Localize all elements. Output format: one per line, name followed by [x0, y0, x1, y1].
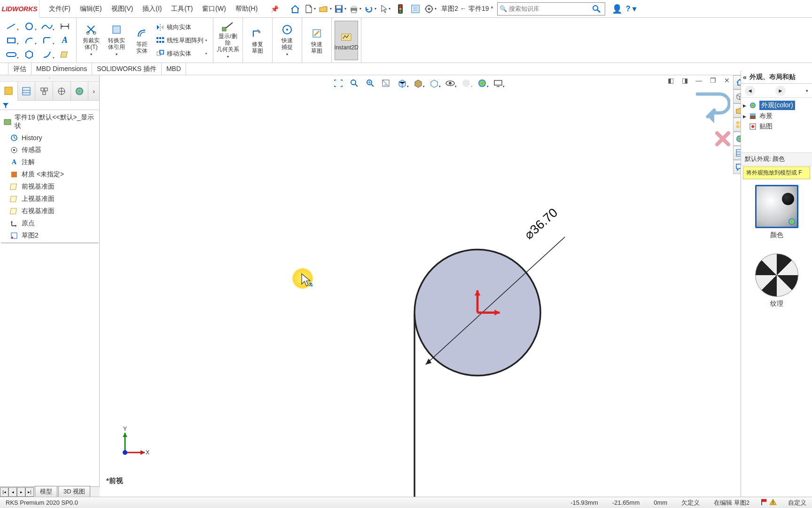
tree-annotations[interactable]: A注解 — [8, 156, 98, 168]
new-icon[interactable]: ▾ — [303, 3, 317, 15]
snap-button[interactable]: 快速 捕捉▾ — [275, 21, 299, 60]
rpanel-fwd-icon[interactable]: ► — [775, 86, 786, 96]
tab-nav-prev[interactable]: ◂ — [8, 487, 17, 497]
svg-point-98 — [750, 103, 756, 108]
rpanel-title: 外观、布局和贴 — [750, 73, 796, 81]
tree-history[interactable]: History — [8, 132, 98, 144]
svg-rect-90 — [736, 121, 739, 124]
svg-rect-38 — [160, 50, 164, 54]
circle-tool[interactable]: ▾ — [21, 20, 38, 33]
menu-file[interactable]: 文件(F) — [44, 2, 75, 16]
offset-button[interactable]: 等距 实体 — [130, 21, 154, 60]
thumb-texture[interactable] — [755, 254, 798, 297]
repair-button[interactable]: 修复 草图 — [246, 21, 269, 60]
plane-tool[interactable] — [56, 48, 73, 61]
tab-nav-next[interactable]: ▸ — [17, 487, 25, 497]
menu-tools[interactable]: 工具(T) — [166, 2, 197, 16]
tree-origin[interactable]: 原点 — [8, 217, 98, 230]
relations-button[interactable]: 显示/删除 几何关系▾ — [216, 21, 240, 60]
status-warn-icon[interactable] — [769, 498, 777, 507]
menu-window[interactable]: 窗口(W) — [197, 2, 231, 16]
spline-tool[interactable]: ▾ — [39, 20, 55, 33]
user-icon[interactable]: 👤 — [612, 4, 622, 14]
home-icon[interactable] — [288, 3, 302, 15]
feature-tree-tab[interactable] — [0, 82, 18, 101]
panel-grip[interactable]: ◦ — [0, 75, 99, 82]
rpanel-expand-icon[interactable]: « — [743, 73, 747, 81]
trim-button[interactable]: 剪裁实 体(T)▾ — [79, 21, 103, 60]
svg-rect-27 — [61, 52, 68, 57]
panel-more-icon[interactable]: › — [88, 87, 99, 95]
tab-3dview[interactable]: 3D 视图 — [58, 486, 90, 497]
point-tool[interactable]: ▾ — [39, 48, 55, 61]
filter-icon[interactable] — [2, 102, 9, 109]
dimension-tool[interactable] — [56, 20, 73, 33]
tab-mbd-dimensions[interactable]: MBD Dimensions — [31, 63, 92, 75]
tree-front-plane[interactable]: 前视基准面 — [8, 181, 98, 193]
menu-help[interactable]: 帮助(H) — [231, 2, 262, 16]
config-tab[interactable] — [35, 82, 53, 101]
tab-plugins[interactable]: SOLIDWORKS 插件 — [92, 63, 162, 75]
tab-nav-first[interactable]: |◂ — [0, 487, 8, 497]
svg-rect-4 — [351, 6, 356, 8]
menu-insert[interactable]: 插入(I) — [138, 2, 166, 16]
tree-right-plane[interactable]: 右视基准面 — [8, 205, 98, 217]
rectangle-tool[interactable]: ▾ — [3, 34, 20, 47]
select-icon[interactable]: ▾ — [378, 3, 392, 15]
mirror-button[interactable]: 镜向实体 — [156, 21, 210, 33]
appearance-tab[interactable] — [71, 82, 89, 101]
tab-nav-last[interactable]: ▸| — [25, 487, 34, 497]
svg-point-20 — [593, 6, 598, 10]
undo-icon[interactable]: ▾ — [363, 3, 377, 15]
help-icon[interactable]: ? ▾ — [626, 4, 636, 13]
polygon-tool[interactable] — [21, 48, 38, 61]
tree-material[interactable]: 材质 <未指定> — [8, 168, 98, 181]
rpanel-dropdown-icon[interactable]: ▾ — [806, 88, 808, 93]
save-icon[interactable]: ▾ — [333, 3, 347, 15]
tree-sketch2[interactable]: 草图2 — [8, 230, 98, 242]
dimension-text[interactable]: ⌀36.70 — [522, 206, 560, 242]
pin-icon[interactable]: 📌 — [271, 5, 279, 13]
move-button[interactable]: 移动实体▾ — [156, 48, 210, 60]
svg-rect-40 — [222, 27, 226, 31]
search-button[interactable] — [592, 4, 602, 15]
line-tool[interactable]: ▾ — [3, 20, 20, 33]
rpanel-back-icon[interactable]: ◄ — [745, 86, 755, 96]
thumb-color[interactable] — [755, 185, 798, 228]
open-icon[interactable]: ▾ — [318, 3, 332, 15]
linear-pattern-button[interactable]: 线性草图阵列▾ — [156, 34, 210, 47]
status-flag-icon[interactable] — [761, 498, 767, 507]
rapid-sketch-button[interactable]: 快速 草图 — [305, 21, 328, 60]
tab-model[interactable]: 模型 — [35, 486, 57, 497]
svg-rect-32 — [159, 37, 161, 39]
tree-top-plane[interactable]: 上视基准面 — [8, 193, 98, 205]
search-input[interactable] — [498, 5, 605, 12]
stoplight-icon[interactable] — [393, 3, 407, 15]
rp-row-scene[interactable]: ▸布景 — [743, 111, 810, 121]
tree-root[interactable]: 零件19 (默认<<默认>_显示状 — [1, 112, 98, 132]
tab-evaluate[interactable]: 评估 — [8, 63, 31, 75]
property-tab[interactable] — [18, 82, 36, 101]
thumb-color-label: 颜色 — [755, 231, 798, 239]
tab-mbd[interactable]: MBD — [162, 63, 186, 75]
search-box[interactable]: 🔍 — [497, 2, 605, 16]
dimxpert-tab[interactable] — [53, 82, 71, 101]
rp-row-appearance[interactable]: ▸外观(color) — [743, 100, 810, 111]
arc-tool[interactable]: ▾ — [21, 34, 38, 47]
convert-button[interactable]: 转换实 体引用▾ — [105, 21, 128, 60]
status-custom[interactable]: 自定义 — [785, 499, 809, 507]
tree-sensors[interactable]: 传感器 — [8, 144, 98, 156]
slot-tool[interactable]: ▾ — [3, 48, 20, 61]
instant2d-button[interactable]: Instant2D — [335, 21, 358, 60]
svg-rect-92 — [736, 125, 739, 128]
print-icon[interactable]: ▾ — [348, 3, 362, 15]
rp-row-decal[interactable]: ▸贴图 — [743, 121, 810, 132]
graphics-view[interactable]: ▾ ▾ ▾ ▾ ▾ ▾ ▾ ◧ ◨ — ❐ ✕ ⌀36.70 — [100, 75, 737, 487]
menu-view[interactable]: 视图(V) — [107, 2, 138, 16]
text-tool[interactable]: A — [56, 34, 73, 47]
menu-edit[interactable]: 编辑(E) — [75, 2, 107, 16]
svg-point-102 — [751, 125, 754, 128]
fillet-tool[interactable]: ▾ — [39, 34, 55, 47]
list-icon[interactable] — [408, 3, 422, 15]
options-icon[interactable]: ▾ — [423, 3, 437, 15]
